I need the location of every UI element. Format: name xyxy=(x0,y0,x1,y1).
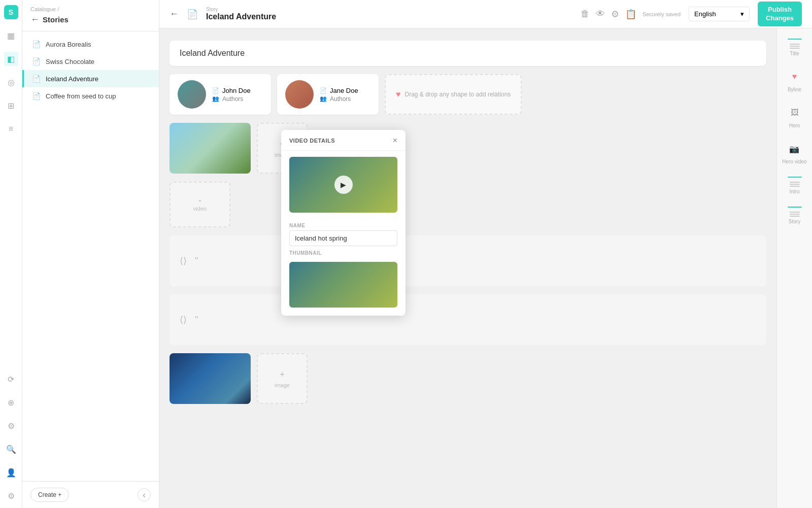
hero-block: + image xyxy=(170,123,766,174)
intro-divider xyxy=(788,177,802,178)
settings-icon[interactable]: ⚙ xyxy=(4,419,18,433)
author-role-icon: 👥 xyxy=(212,95,219,102)
language-selector[interactable]: English ▾ xyxy=(689,7,750,21)
heart-icon: ♥ xyxy=(396,90,401,99)
panel-item-intro: Intro xyxy=(788,177,802,194)
panel-item-hero-video: 📷 Hero video xyxy=(782,141,806,164)
panel-label-story: Story xyxy=(789,219,800,224)
language-value: English xyxy=(694,10,716,18)
topbar-actions: 🗑 👁 ⚙ 📋 Securely saved xyxy=(581,9,681,20)
hero-image[interactable] xyxy=(170,123,251,174)
story-icon-canvas: ⟨⟩ xyxy=(180,314,187,325)
author-role-jane: Authors xyxy=(330,95,351,103)
title-value: Iceland Adventure xyxy=(180,49,245,57)
topbar: ← 📄 Story Iceland Adventure 🗑 👁 ⚙ 📋 Secu… xyxy=(159,0,812,28)
author-card-jane[interactable]: 📄 Jane Doe 👥 Authors xyxy=(277,74,379,115)
right-panel: Title ♥ Byline 🖼 Hero 📷 Hero video xyxy=(776,28,812,508)
add-video-placeholder[interactable]: + video xyxy=(170,182,230,227)
panel-line xyxy=(790,48,800,49)
panel-line xyxy=(790,44,800,45)
sidebar-footer: Create + ‹ xyxy=(22,481,159,508)
sidebar-item-swiss-chocolate[interactable]: 📄 Swiss Chocolate xyxy=(22,53,159,70)
author-name-john: John Doe xyxy=(222,87,251,94)
topbar-story-label: Story xyxy=(206,7,572,12)
avatar-jane xyxy=(285,80,314,109)
add-bottom-image[interactable]: + image xyxy=(257,353,308,404)
panel-label-title: Title xyxy=(790,51,799,56)
publish-button[interactable]: PublishChanges xyxy=(758,2,802,27)
panel-line xyxy=(790,184,800,185)
story-icon: 📄 xyxy=(32,57,41,65)
sidebar-title: Stories xyxy=(43,15,69,24)
sidebar-item-coffee[interactable]: 📄 Coffee from seed to cup xyxy=(22,87,159,105)
panel-item-story: Story xyxy=(788,207,802,224)
modal-video-preview: ▶ xyxy=(289,157,397,213)
notes-icon[interactable]: 📋 xyxy=(625,9,636,20)
catalogue-icon[interactable]: ▦ xyxy=(4,28,18,43)
sidebar-item-aurora[interactable]: 📄 Aurora Borealis xyxy=(22,36,159,53)
sidebar: Catalogue / ← Stories 📄 Aurora Borealis … xyxy=(22,0,159,508)
panel-label-hero: Hero xyxy=(789,123,800,128)
grid-icon[interactable]: ⊞ xyxy=(4,98,18,113)
image-label: image xyxy=(275,382,290,388)
create-button[interactable]: Create + xyxy=(30,488,69,502)
topbar-title: Iceland Adventure xyxy=(206,12,572,21)
story-block: ⟨⟩ " xyxy=(170,294,766,345)
pages-icon[interactable]: ◧ xyxy=(4,52,18,66)
image-panel-icon: 🖼 xyxy=(787,105,803,121)
delete-icon[interactable]: 🗑 xyxy=(581,9,590,19)
heart-panel-icon: ♥ xyxy=(787,69,803,85)
author-card-john[interactable]: 📄 John Doe 👥 Authors xyxy=(170,74,271,115)
connect-icon[interactable]: ⟳ xyxy=(4,372,18,386)
intro-lines xyxy=(790,182,800,187)
person-icon[interactable]: 👤 xyxy=(4,465,18,480)
thumbnail-field-label: THUMBNAIL xyxy=(289,250,397,256)
panel-line xyxy=(790,214,800,215)
story-quote-icon: " xyxy=(195,315,198,325)
config-icon[interactable]: ⚙ xyxy=(4,489,18,503)
topbar-back-button[interactable]: ← xyxy=(170,9,179,19)
author-name-icon: 📄 xyxy=(212,87,219,94)
sidebar-item-label: Coffee from seed to cup xyxy=(46,92,116,100)
sidebar-item-iceland-adventure[interactable]: 📄 Iceland Adventure xyxy=(22,70,159,87)
modal-thumbnail-field: THUMBNAIL xyxy=(281,246,405,256)
panel-label-byline: Byline xyxy=(788,87,801,92)
hero-video-block: + video xyxy=(170,182,766,227)
users-icon[interactable]: ◎ xyxy=(4,75,18,89)
panel-line xyxy=(790,46,800,47)
author-info-john: 📄 John Doe 👥 Authors xyxy=(212,87,251,103)
drop-zone[interactable]: ♥ Drag & drop any shape to add relations xyxy=(385,74,522,115)
app-logo: S xyxy=(4,5,18,19)
settings-action-icon[interactable]: ⚙ xyxy=(611,9,619,20)
main-area: ← 📄 Story Iceland Adventure 🗑 👁 ⚙ 📋 Secu… xyxy=(159,0,812,508)
list-icon[interactable]: ≡ xyxy=(4,122,18,136)
saved-status: Securely saved xyxy=(642,11,681,17)
panel-item-hero: 🖼 Hero xyxy=(787,105,803,128)
tags-icon[interactable]: ⊕ xyxy=(4,395,18,410)
sidebar-list: 📄 Aurora Borealis 📄 Swiss Chocolate 📄 Ic… xyxy=(22,31,159,481)
video-name-input[interactable] xyxy=(289,230,397,246)
story-divider xyxy=(788,207,802,208)
play-button[interactable]: ▶ xyxy=(334,176,353,194)
story-lines xyxy=(790,212,800,217)
panel-label-hero-video: Hero video xyxy=(782,159,806,164)
bottom-image[interactable] xyxy=(170,353,251,404)
icon-rail: S ▦ ◧ ◎ ⊞ ≡ ⟳ ⊕ ⚙ 🔍 👤 ⚙ xyxy=(0,0,22,508)
author-name-jane: Jane Doe xyxy=(330,87,358,94)
panel-line xyxy=(790,186,800,187)
intro-quote-icon: " xyxy=(195,256,198,266)
panel-line xyxy=(790,182,800,183)
panel-item-byline: ♥ Byline xyxy=(787,69,803,92)
panel-line xyxy=(790,212,800,213)
preview-icon[interactable]: 👁 xyxy=(596,9,605,19)
modal-close-button[interactable]: × xyxy=(393,136,397,145)
title-divider xyxy=(788,39,802,40)
author-role-john: Authors xyxy=(222,95,243,103)
sidebar-back-button[interactable]: ← xyxy=(30,14,40,25)
search-icon-bottom[interactable]: 🔍 xyxy=(4,442,18,456)
panel-line xyxy=(790,216,800,217)
content-area: Iceland Adventure 📄 John Doe 👥 Authors xyxy=(159,28,812,508)
collapse-sidebar-button[interactable]: ‹ xyxy=(138,488,151,501)
video-details-modal: VIDEO DETAILS × ▶ NAME THUMBNAIL xyxy=(281,130,405,316)
title-block[interactable]: Iceland Adventure xyxy=(170,41,766,66)
